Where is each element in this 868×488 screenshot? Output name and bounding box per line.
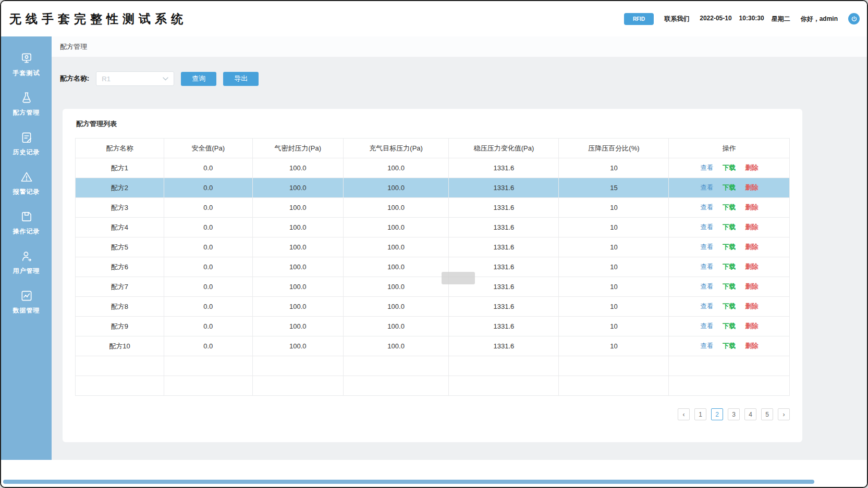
recipe-row[interactable]: 配方50.0100.0100.01331.610查看下载删除	[76, 237, 790, 257]
safety-value-cell: 0.0	[164, 257, 252, 277]
recipe-name-cell: 配方3	[76, 198, 164, 218]
empty-cell	[343, 356, 449, 376]
download-link[interactable]: 下载	[723, 322, 736, 330]
view-link[interactable]: 查看	[700, 243, 713, 251]
sidebar-item-operation-record[interactable]: 操作记录	[1, 203, 52, 243]
pagination-page-2[interactable]: 2	[711, 408, 723, 420]
view-link[interactable]: 查看	[700, 322, 713, 330]
download-link[interactable]: 下载	[723, 223, 736, 231]
delete-link[interactable]: 删除	[745, 283, 758, 290]
breadcrumb: 配方管理	[52, 36, 867, 57]
seal-pressure-cell: 100.0	[252, 178, 343, 198]
recipe-row[interactable]: 配方100.0100.0100.01331.610查看下载删除	[76, 336, 790, 356]
sidebar-item-alarm-record[interactable]: 报警记录	[1, 164, 52, 203]
view-link[interactable]: 查看	[700, 263, 713, 270]
empty-cell	[669, 356, 790, 376]
sidebar-item-glove-test[interactable]: 手套测试	[1, 45, 52, 84]
recipe-name-cell: 配方6	[76, 257, 164, 277]
safety-value-cell: 0.0	[164, 277, 252, 297]
pagination-page-3[interactable]: 3	[728, 408, 740, 420]
view-link[interactable]: 查看	[700, 164, 713, 171]
recipe-row[interactable]: 配方20.0100.0100.01331.615查看下载删除	[76, 178, 790, 198]
recipe-row[interactable]: 配方10.0100.0100.01331.610查看下载删除	[76, 158, 790, 178]
data-management-icon	[20, 289, 33, 303]
main-content: 配方管理 配方名称: R1 查询 导出 配方管理列表	[52, 36, 867, 460]
rfid-button[interactable]: RFID	[624, 13, 654, 25]
pagination-page-4[interactable]: 4	[744, 408, 756, 420]
sidebar-item-user-management[interactable]: 用户管理	[1, 243, 52, 282]
recipe-row[interactable]: 配方80.0100.0100.01331.610查看下载删除	[76, 297, 790, 317]
stable-pressure-change-cell: 1331.6	[449, 336, 559, 356]
download-link[interactable]: 下载	[723, 204, 736, 211]
delete-link[interactable]: 删除	[745, 223, 758, 231]
pagination-page-1[interactable]: 1	[694, 408, 706, 420]
recipe-row[interactable]: 配方90.0100.0100.01331.610查看下载删除	[76, 317, 790, 336]
query-button[interactable]: 查询	[181, 72, 216, 86]
sidebar-item-data-management[interactable]: 数据管理	[1, 282, 52, 322]
recipe-row[interactable]: 配方60.0100.0100.01331.610查看下载删除	[76, 257, 790, 277]
recipe-row[interactable]: 配方30.0100.0100.01331.610查看下载删除	[76, 198, 790, 218]
target-pressure-cell: 100.0	[343, 277, 449, 297]
column-header: 配方名称	[76, 139, 164, 158]
delete-link[interactable]: 删除	[745, 303, 758, 310]
view-link[interactable]: 查看	[700, 204, 713, 211]
download-link[interactable]: 下载	[723, 342, 736, 349]
column-header: 压降压百分比(%)	[559, 139, 669, 158]
sidebar-item-label: 手套测试	[13, 69, 40, 78]
download-link[interactable]: 下载	[723, 303, 736, 310]
pagination-next[interactable]: ›	[778, 408, 790, 420]
contact-us-link[interactable]: 联系我们	[664, 15, 689, 23]
recipe-name-select[interactable]: R1	[96, 71, 174, 86]
seal-pressure-cell: 100.0	[252, 218, 343, 237]
recipe-row[interactable]: 配方40.0100.0100.01331.610查看下载删除	[76, 218, 790, 237]
power-icon	[851, 16, 858, 22]
delete-link[interactable]: 删除	[745, 322, 758, 330]
safety-value-cell: 0.0	[164, 178, 252, 198]
download-link[interactable]: 下载	[723, 184, 736, 191]
stable-pressure-change-cell: 1331.6	[449, 198, 559, 218]
view-link[interactable]: 查看	[700, 283, 713, 290]
weekday-text: 星期二	[772, 15, 790, 23]
stable-pressure-change-cell: 1331.6	[449, 158, 559, 178]
target-pressure-cell: 100.0	[343, 218, 449, 237]
delete-link[interactable]: 删除	[745, 243, 758, 251]
sidebar-item-history-record[interactable]: 历史记录	[1, 124, 52, 164]
seal-pressure-cell: 100.0	[252, 297, 343, 317]
target-pressure-cell: 100.0	[343, 336, 449, 356]
seal-pressure-cell: 100.0	[252, 336, 343, 356]
download-link[interactable]: 下载	[723, 283, 736, 290]
delete-link[interactable]: 删除	[745, 204, 758, 211]
sidebar-item-recipe-management[interactable]: 配方管理	[1, 84, 52, 124]
drop-percent-cell: 10	[559, 237, 669, 257]
power-button[interactable]	[848, 13, 860, 24]
target-pressure-cell: 100.0	[343, 317, 449, 336]
column-header: 稳压压力变化值(Pa)	[449, 139, 559, 158]
empty-cell	[76, 376, 164, 396]
download-link[interactable]: 下载	[723, 263, 736, 270]
stable-pressure-change-cell: 1331.6	[449, 237, 559, 257]
delete-link[interactable]: 删除	[745, 184, 758, 191]
view-link[interactable]: 查看	[700, 223, 713, 231]
pagination-page-5[interactable]: 5	[761, 408, 773, 420]
pagination-prev[interactable]: ‹	[678, 408, 690, 420]
sidebar: 手套测试 配方管理 历史记录	[1, 36, 52, 460]
horizontal-scrollbar-thumb[interactable]	[3, 480, 814, 484]
download-link[interactable]: 下载	[723, 243, 736, 251]
target-pressure-cell: 100.0	[343, 158, 449, 178]
drop-percent-cell: 10	[559, 257, 669, 277]
view-link[interactable]: 查看	[700, 184, 713, 191]
user-management-icon	[20, 249, 33, 263]
delete-link[interactable]: 删除	[745, 164, 758, 171]
actions-cell: 查看下载删除	[669, 336, 790, 356]
recipe-row[interactable]: 配方70.0100.0100.01331.610查看下载删除	[76, 277, 790, 297]
view-link[interactable]: 查看	[700, 342, 713, 349]
export-button[interactable]: 导出	[223, 72, 259, 86]
view-link[interactable]: 查看	[700, 303, 713, 310]
datetime: 2022-05-10 10:30:30 星期二	[700, 15, 790, 23]
recipe-list-title: 配方管理列表	[76, 119, 790, 129]
delete-link[interactable]: 删除	[745, 342, 758, 349]
recipe-management-icon	[20, 91, 33, 105]
download-link[interactable]: 下载	[723, 164, 736, 171]
drop-percent-cell: 10	[559, 277, 669, 297]
delete-link[interactable]: 删除	[745, 263, 758, 270]
